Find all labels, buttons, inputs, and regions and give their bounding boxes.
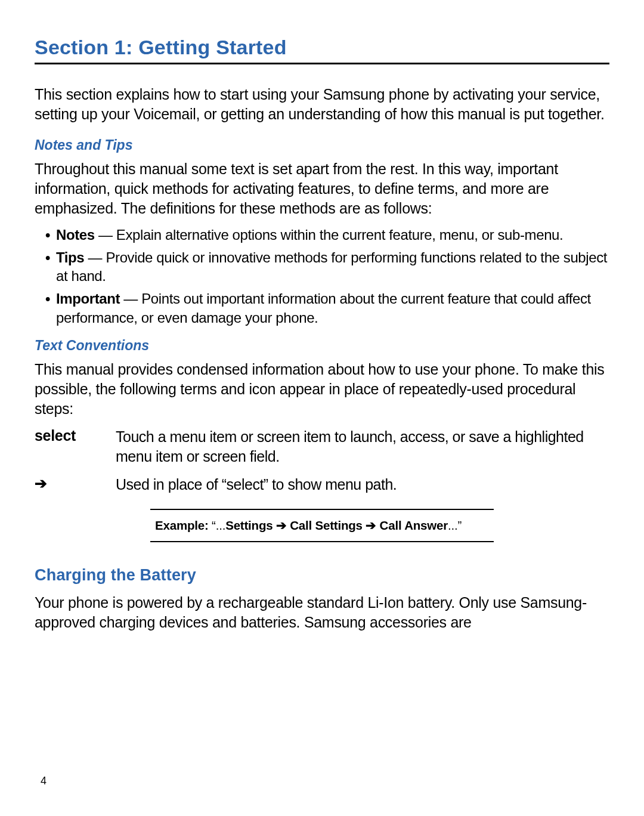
list-item: Tips — Provide quick or innovative metho…	[45, 248, 609, 286]
arrow-icon: ➔	[363, 518, 380, 532]
notes-tips-intro: Throughout this manual some text is set …	[35, 159, 609, 218]
charging-body: Your phone is powered by a rechargeable …	[35, 593, 609, 632]
bullet-desc: — Points out important information about…	[56, 290, 591, 326]
text-conventions-intro: This manual provides condensed informati…	[35, 360, 609, 419]
arrow-icon: ➔	[273, 518, 290, 532]
definition-row: ➔ Used in place of “select” to show menu…	[35, 475, 609, 494]
definitions-table: select Touch a menu item or screen item …	[35, 427, 609, 494]
list-item: Important — Points out important informa…	[45, 289, 609, 327]
example-path: Settings	[225, 518, 273, 532]
section-title: Section 1: Getting Started	[35, 36, 609, 59]
example-path: Call Settings	[290, 518, 363, 532]
charging-heading: Charging the Battery	[35, 566, 609, 585]
bullet-desc: — Explain alternative options within the…	[95, 227, 564, 243]
notes-tips-heading: Notes and Tips	[35, 137, 609, 153]
section-intro: This section explains how to start using…	[35, 85, 609, 124]
page-number: 4	[41, 775, 47, 787]
definition-desc: Used in place of “select” to show menu p…	[116, 475, 397, 494]
bullet-term: Important	[56, 290, 120, 307]
arrow-icon: ➔	[35, 475, 116, 492]
bullet-term: Tips	[56, 249, 84, 265]
bullet-term: Notes	[56, 227, 95, 243]
definition-row: select Touch a menu item or screen item …	[35, 427, 609, 466]
example-box: Example: “...Settings ➔ Call Settings ➔ …	[150, 509, 494, 542]
document-page: Section 1: Getting Started This section …	[0, 0, 644, 816]
definition-term: select	[35, 427, 116, 444]
example-quote-open: “...	[212, 518, 225, 532]
bullet-desc: — Provide quick or innovative methods fo…	[56, 249, 607, 285]
example-label: Example:	[155, 518, 212, 532]
notes-tips-list: Notes — Explain alternative options with…	[35, 225, 609, 327]
definition-desc: Touch a menu item or screen item to laun…	[116, 427, 609, 466]
list-item: Notes — Explain alternative options with…	[45, 225, 609, 245]
example-path: Call Answer	[380, 518, 448, 532]
text-conventions-heading: Text Conventions	[35, 338, 609, 354]
example-quote-close: ...”	[448, 518, 462, 532]
title-rule	[35, 63, 609, 64]
